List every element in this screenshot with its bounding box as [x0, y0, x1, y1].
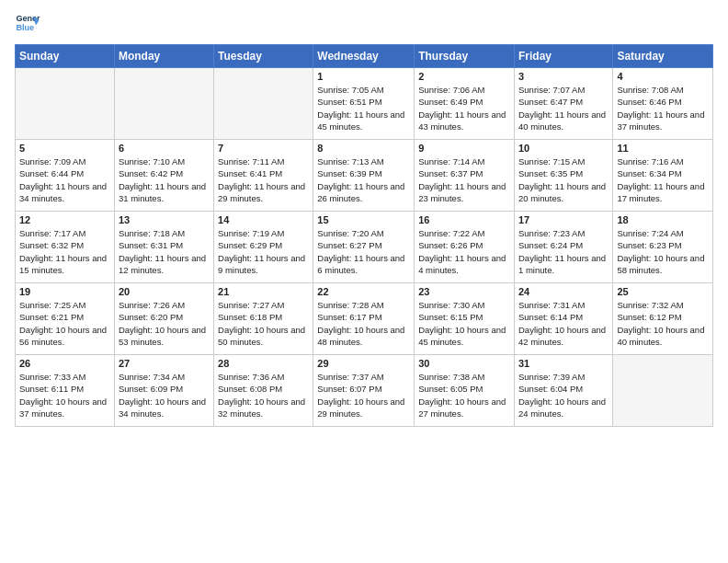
calendar-cell: 19Sunrise: 7:25 AM Sunset: 6:21 PM Dayli…: [16, 283, 115, 355]
day-number: 17: [518, 214, 609, 225]
logo-icon: General Blue: [15, 11, 40, 37]
day-number: 6: [119, 143, 210, 154]
day-info: Sunrise: 7:14 AM Sunset: 6:37 PM Dayligh…: [418, 155, 510, 204]
day-number: 29: [317, 358, 410, 369]
day-info: Sunrise: 7:37 AM Sunset: 6:07 PM Dayligh…: [317, 371, 410, 419]
day-info: Sunrise: 7:06 AM Sunset: 6:49 PM Dayligh…: [418, 84, 510, 132]
day-number: 5: [19, 143, 110, 154]
day-number: 22: [317, 286, 410, 297]
calendar-week-row: 19Sunrise: 7:25 AM Sunset: 6:21 PM Dayli…: [16, 283, 713, 355]
day-info: Sunrise: 7:30 AM Sunset: 6:15 PM Dayligh…: [418, 299, 510, 348]
day-info: Sunrise: 7:17 AM Sunset: 6:32 PM Dayligh…: [19, 227, 110, 276]
day-number: 14: [218, 214, 309, 225]
day-number: 26: [19, 358, 110, 369]
calendar-week-row: 26Sunrise: 7:33 AM Sunset: 6:11 PM Dayli…: [16, 355, 713, 427]
calendar-week-row: 1Sunrise: 7:05 AM Sunset: 6:51 PM Daylig…: [16, 68, 713, 140]
day-number: 24: [518, 286, 609, 297]
day-info: Sunrise: 7:23 AM Sunset: 6:24 PM Dayligh…: [518, 227, 609, 276]
day-number: 15: [317, 214, 410, 225]
day-info: Sunrise: 7:25 AM Sunset: 6:21 PM Dayligh…: [19, 299, 110, 348]
calendar-cell: 14Sunrise: 7:19 AM Sunset: 6:29 PM Dayli…: [214, 212, 313, 283]
day-info: Sunrise: 7:34 AM Sunset: 6:09 PM Dayligh…: [119, 371, 210, 419]
calendar-cell: 10Sunrise: 7:15 AM Sunset: 6:35 PM Dayli…: [514, 140, 612, 212]
calendar-cell: 4Sunrise: 7:08 AM Sunset: 6:46 PM Daylig…: [613, 68, 713, 140]
calendar-cell: 2Sunrise: 7:06 AM Sunset: 6:49 PM Daylig…: [415, 68, 515, 140]
day-number: 11: [617, 143, 709, 154]
calendar-cell: 9Sunrise: 7:14 AM Sunset: 6:37 PM Daylig…: [415, 140, 515, 212]
day-info: Sunrise: 7:32 AM Sunset: 6:12 PM Dayligh…: [617, 299, 709, 348]
day-number: 12: [19, 214, 110, 225]
day-info: Sunrise: 7:38 AM Sunset: 6:05 PM Dayligh…: [418, 371, 510, 419]
day-info: Sunrise: 7:05 AM Sunset: 6:51 PM Dayligh…: [317, 84, 410, 132]
day-info: Sunrise: 7:13 AM Sunset: 6:39 PM Dayligh…: [317, 155, 410, 204]
calendar-cell: 29Sunrise: 7:37 AM Sunset: 6:07 PM Dayli…: [313, 355, 415, 427]
day-info: Sunrise: 7:22 AM Sunset: 6:26 PM Dayligh…: [418, 227, 510, 276]
day-info: Sunrise: 7:31 AM Sunset: 6:14 PM Dayligh…: [518, 299, 609, 348]
day-info: Sunrise: 7:15 AM Sunset: 6:35 PM Dayligh…: [518, 155, 609, 204]
calendar-table: SundayMondayTuesdayWednesdayThursdayFrid…: [15, 44, 713, 427]
day-info: Sunrise: 7:19 AM Sunset: 6:29 PM Dayligh…: [218, 227, 309, 276]
calendar-cell: 12Sunrise: 7:17 AM Sunset: 6:32 PM Dayli…: [16, 212, 115, 283]
day-info: Sunrise: 7:33 AM Sunset: 6:11 PM Dayligh…: [19, 371, 110, 419]
day-info: Sunrise: 7:08 AM Sunset: 6:46 PM Dayligh…: [617, 84, 709, 132]
day-info: Sunrise: 7:18 AM Sunset: 6:31 PM Dayligh…: [119, 227, 210, 276]
day-number: 25: [617, 286, 709, 297]
weekday-header-sunday: Sunday: [16, 45, 115, 68]
svg-text:Blue: Blue: [16, 23, 34, 32]
weekday-header-monday: Monday: [114, 45, 213, 68]
calendar-cell: 6Sunrise: 7:10 AM Sunset: 6:42 PM Daylig…: [114, 140, 213, 212]
day-number: 18: [617, 214, 709, 225]
calendar-cell: 18Sunrise: 7:24 AM Sunset: 6:23 PM Dayli…: [613, 212, 713, 283]
weekday-header-wednesday: Wednesday: [313, 45, 415, 68]
day-info: Sunrise: 7:16 AM Sunset: 6:34 PM Dayligh…: [617, 155, 709, 204]
day-number: 2: [418, 71, 510, 82]
calendar-cell: 1Sunrise: 7:05 AM Sunset: 6:51 PM Daylig…: [313, 68, 415, 140]
day-number: 30: [418, 358, 510, 369]
calendar-cell: [16, 68, 115, 140]
calendar-cell: 21Sunrise: 7:27 AM Sunset: 6:18 PM Dayli…: [214, 283, 313, 355]
logo: General Blue: [15, 11, 40, 37]
weekday-header-thursday: Thursday: [415, 45, 515, 68]
day-number: 10: [518, 143, 609, 154]
day-number: 4: [617, 71, 709, 82]
calendar-cell: 30Sunrise: 7:38 AM Sunset: 6:05 PM Dayli…: [415, 355, 515, 427]
day-info: Sunrise: 7:36 AM Sunset: 6:08 PM Dayligh…: [218, 371, 309, 419]
day-number: 31: [518, 358, 609, 369]
day-info: Sunrise: 7:11 AM Sunset: 6:41 PM Dayligh…: [218, 155, 309, 204]
day-info: Sunrise: 7:24 AM Sunset: 6:23 PM Dayligh…: [617, 227, 709, 276]
calendar-cell: 17Sunrise: 7:23 AM Sunset: 6:24 PM Dayli…: [514, 212, 612, 283]
day-info: Sunrise: 7:20 AM Sunset: 6:27 PM Dayligh…: [317, 227, 410, 276]
calendar-cell: 15Sunrise: 7:20 AM Sunset: 6:27 PM Dayli…: [313, 212, 415, 283]
day-number: 8: [317, 143, 410, 154]
day-info: Sunrise: 7:26 AM Sunset: 6:20 PM Dayligh…: [119, 299, 210, 348]
weekday-header-tuesday: Tuesday: [214, 45, 313, 68]
day-number: 9: [418, 143, 510, 154]
weekday-header-saturday: Saturday: [613, 45, 713, 68]
day-number: 16: [418, 214, 510, 225]
calendar-cell: 25Sunrise: 7:32 AM Sunset: 6:12 PM Dayli…: [613, 283, 713, 355]
calendar-week-row: 5Sunrise: 7:09 AM Sunset: 6:44 PM Daylig…: [16, 140, 713, 212]
calendar-cell: [613, 355, 713, 427]
calendar-cell: 27Sunrise: 7:34 AM Sunset: 6:09 PM Dayli…: [114, 355, 213, 427]
calendar-cell: [214, 68, 313, 140]
day-info: Sunrise: 7:09 AM Sunset: 6:44 PM Dayligh…: [19, 155, 110, 204]
day-number: 3: [518, 71, 609, 82]
calendar-cell: 23Sunrise: 7:30 AM Sunset: 6:15 PM Dayli…: [415, 283, 515, 355]
calendar-cell: [114, 68, 213, 140]
weekday-header-row: SundayMondayTuesdayWednesdayThursdayFrid…: [16, 45, 713, 68]
day-number: 20: [119, 286, 210, 297]
calendar-cell: 8Sunrise: 7:13 AM Sunset: 6:39 PM Daylig…: [313, 140, 415, 212]
calendar-cell: 26Sunrise: 7:33 AM Sunset: 6:11 PM Dayli…: [16, 355, 115, 427]
day-number: 27: [119, 358, 210, 369]
calendar-cell: 28Sunrise: 7:36 AM Sunset: 6:08 PM Dayli…: [214, 355, 313, 427]
weekday-header-friday: Friday: [514, 45, 612, 68]
day-number: 7: [218, 143, 309, 154]
calendar-cell: 5Sunrise: 7:09 AM Sunset: 6:44 PM Daylig…: [16, 140, 115, 212]
calendar-cell: 13Sunrise: 7:18 AM Sunset: 6:31 PM Dayli…: [114, 212, 213, 283]
day-number: 13: [119, 214, 210, 225]
day-number: 23: [418, 286, 510, 297]
calendar-cell: 22Sunrise: 7:28 AM Sunset: 6:17 PM Dayli…: [313, 283, 415, 355]
day-number: 19: [19, 286, 110, 297]
day-number: 21: [218, 286, 309, 297]
calendar-cell: 31Sunrise: 7:39 AM Sunset: 6:04 PM Dayli…: [514, 355, 612, 427]
